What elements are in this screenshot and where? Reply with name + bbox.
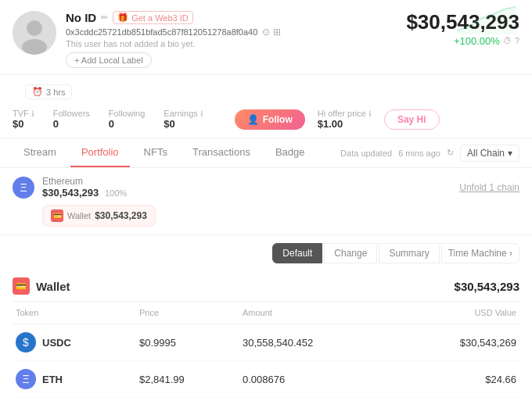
usdc-token-icon: $ [16, 332, 36, 353]
token-usd-value-0: $30,543,269 [394, 324, 519, 361]
external-link-icon[interactable]: ⊞ [273, 27, 281, 38]
follow-button[interactable]: 👤 Follow [235, 109, 305, 130]
hi-offer-info-icon: ℹ [368, 109, 372, 118]
earnings-info-icon: ℹ [200, 109, 203, 118]
time-badge: ⏰ 3 hrs [25, 84, 72, 99]
change-view-button[interactable]: Change [324, 243, 377, 263]
wallet-section: 💳 Wallet $30,543,293 Token Price Amount … [0, 268, 532, 401]
wallet-section-label: Wallet [36, 280, 70, 293]
hi-offer-block: Hi offer price ℹ $1.00 [318, 109, 372, 130]
portfolio-change: +100.00% ⏱ ? [406, 35, 519, 47]
eth-token-icon: Ξ [16, 369, 36, 389]
following-label: Following [109, 109, 145, 118]
avatar [13, 11, 56, 55]
wallet-subrow: 💳 Wallet $30,543,293 [42, 205, 519, 227]
follow-icon: 👤 [247, 114, 259, 125]
table-header-row: Token Price Amount USD Value [13, 302, 519, 324]
ethereum-icon: Ξ [13, 177, 34, 199]
default-view-button[interactable]: Default [272, 243, 322, 263]
token-cell-0: $ USDC [13, 324, 136, 361]
token-amount-0: 30,558,540.452 [239, 324, 394, 361]
token-table: Token Price Amount USD Value $ USDC $0.9… [13, 302, 519, 398]
profile-name: No ID [66, 11, 96, 24]
view-toggle: Default Change Summary Time Machine › [0, 235, 532, 268]
help-icon[interactable]: ? [515, 36, 519, 45]
token-symbol-0: USDC [42, 337, 71, 349]
stat-followers: Followers 0 [53, 109, 90, 130]
svg-point-1 [27, 20, 42, 36]
time-badge-row: ⏰ 3 hrs [0, 75, 532, 106]
profile-section: No ID ✏ 🎁 Get a Web3 ID 0x3cddc25721db85… [0, 0, 532, 75]
tab-transactions[interactable]: Transactions [182, 138, 261, 167]
tvf-value: $0 [13, 118, 23, 130]
wallet-title: 💳 Wallet [13, 277, 70, 295]
token-usd-value-1: $24.66 [394, 361, 519, 398]
svg-marker-3 [457, 7, 516, 34]
table-row: $ USDC $0.9995 30,558,540.452 $30,543,26… [13, 324, 519, 361]
chain-select[interactable]: All Chain ▾ [460, 145, 519, 162]
wallet-badge-label: Wallet [67, 211, 91, 220]
tab-portfolio[interactable]: Portfolio [70, 138, 130, 167]
chain-name: Ethereum [42, 176, 127, 187]
refresh-icon[interactable]: ↻ [447, 148, 454, 158]
portfolio-value-block: $30,543,293 +100.00% ⏱ ? [406, 11, 519, 47]
svg-point-2 [22, 39, 47, 55]
chain-value: $30,543,293 [42, 187, 99, 199]
say-hi-button[interactable]: Say Hi [384, 109, 440, 130]
wallet-header: 💳 Wallet $30,543,293 [13, 271, 519, 302]
chain-details: Ethereum $30,543,293 100% [42, 176, 127, 199]
wallet-badge-value: $30,543,293 [95, 210, 147, 221]
chain-row: Ξ Ethereum $30,543,293 100% Unfold 1 cha… [13, 176, 519, 199]
wallet-section-total: $30,543,293 [455, 280, 519, 293]
chevron-down-icon: ▾ [508, 148, 512, 159]
unfold-link[interactable]: Unfold 1 chain [459, 182, 519, 193]
time-machine-button[interactable]: Time Machine › [441, 243, 519, 263]
chain-pct: 100% [105, 188, 127, 198]
edit-icon[interactable]: ✏ [101, 13, 108, 23]
portfolio-change-value: +100.00% [454, 35, 500, 47]
mins-ago-text: 6 mins ago [398, 149, 440, 158]
tvf-label: TVF ℹ [13, 109, 34, 118]
earnings-value: $0 [164, 118, 174, 130]
stat-following: Following 0 [109, 109, 145, 130]
tab-stream[interactable]: Stream [13, 138, 67, 167]
col-price: Price [136, 302, 239, 324]
chevron-right-icon: › [509, 248, 512, 259]
following-value: 0 [109, 118, 114, 130]
wallet-badge-icon: 💳 [51, 209, 63, 222]
col-usd-value: USD Value [394, 302, 519, 324]
chain-select-label: All Chain [467, 148, 505, 159]
time-badge-text: 3 hrs [46, 88, 65, 97]
token-amount-1: 0.008676 [239, 361, 394, 398]
token-cell-1: Ξ ETH [13, 361, 136, 398]
earnings-label: Earnings ℹ [164, 109, 203, 118]
token-symbol-1: ETH [42, 374, 63, 385]
info-icon: ℹ [31, 109, 34, 118]
table-row: Ξ ETH $2,841.99 0.008676 $24.66 [13, 361, 519, 398]
tab-badge[interactable]: Badge [264, 138, 316, 167]
data-updated-text: Data updated [340, 149, 392, 158]
mini-chart [457, 3, 519, 34]
token-price-1: $2,841.99 [136, 361, 239, 398]
col-token: Token [13, 302, 136, 324]
followers-value: 0 [53, 118, 59, 130]
stats-row: TVF ℹ $0 Followers 0 Following 0 Earning… [0, 106, 532, 138]
add-label-button[interactable]: + Add Local Label [66, 52, 152, 68]
wallet-badge: 💳 Wallet $30,543,293 [42, 205, 156, 227]
web3id-link[interactable]: 🎁 Get a Web3 ID [113, 11, 193, 24]
tab-nfts[interactable]: NFTs [133, 138, 178, 167]
wallet-section-icon: 💳 [13, 277, 30, 295]
clock-small-icon: ⏰ [32, 87, 43, 97]
summary-view-button[interactable]: Summary [379, 243, 439, 263]
token-price-0: $0.9995 [136, 324, 239, 361]
hi-offer-value: $1.00 [318, 118, 372, 130]
stat-tvf: TVF ℹ $0 [13, 109, 34, 130]
nav-tab-right: Data updated 6 mins ago ↻ All Chain ▾ [340, 145, 519, 162]
clock-icon: ⏱ [503, 36, 512, 45]
copy-icon[interactable]: ⊙ [262, 27, 270, 38]
gift-icon: 🎁 [117, 13, 128, 23]
col-amount: Amount [239, 302, 394, 324]
nav-tabs: Stream Portfolio NFTs Transactions Badge… [0, 138, 532, 168]
stat-earnings: Earnings ℹ $0 [164, 109, 203, 130]
address-text: 0x3cddc25721db851bfad5c87f812051278a8f0a… [66, 27, 257, 37]
